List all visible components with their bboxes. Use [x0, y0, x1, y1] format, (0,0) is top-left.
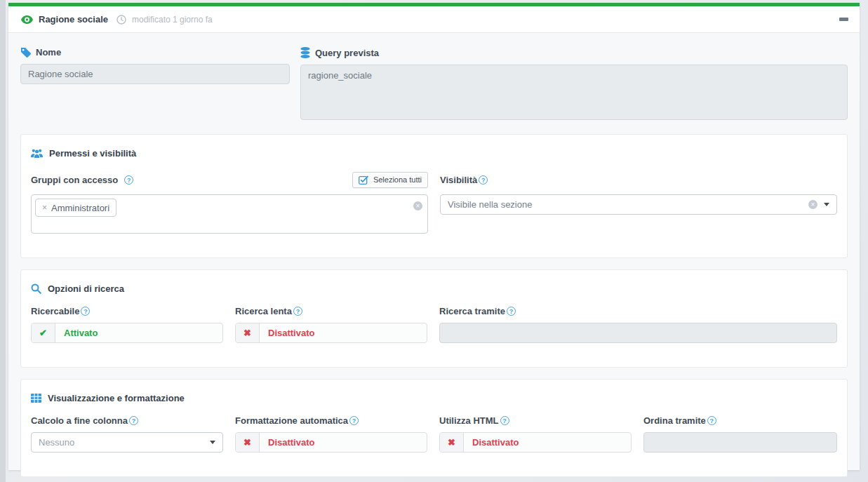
cross-icon: ✖ [440, 433, 464, 452]
formattazione-label-row: Formattazione automatica ? [235, 415, 427, 426]
ricerca-lenta-label: Ricerca lenta [235, 306, 292, 316]
query-label-row: Query prevista [300, 47, 848, 58]
ricerca-tramite-column: Ricerca tramite ? [439, 306, 837, 343]
ricercabile-toggle[interactable]: ✔ Attivato [31, 323, 223, 343]
visibility-help-icon[interactable]: ? [479, 175, 488, 185]
ricerca-tramite-label: Ricerca tramite [439, 306, 505, 316]
ordina-tramite-help-icon[interactable]: ? [707, 416, 716, 425]
calcolo-label: Calcolo a fine colonna [31, 415, 128, 426]
ordina-tramite-column: Ordina tramite ? [643, 415, 837, 453]
calcolo-help-icon[interactable]: ? [129, 416, 138, 425]
eye-icon [21, 15, 33, 24]
calcolo-select[interactable]: Nessuno [31, 432, 223, 453]
utilizza-html-label-row: Utilizza HTML ? [439, 415, 632, 426]
database-icon [300, 47, 310, 58]
table-icon [31, 394, 41, 403]
groups-tag-input[interactable]: × Amministratori × [31, 194, 428, 234]
ricerca-tramite-label-row: Ricerca tramite ? [439, 306, 837, 316]
ricercabile-help-icon[interactable]: ? [81, 307, 90, 316]
cross-icon: ✖ [236, 323, 260, 342]
ricerca-lenta-state: Disattivato [260, 323, 427, 342]
cross-icon: ✖ [236, 433, 260, 452]
page-title: Ragione sociale [39, 14, 108, 25]
name-column: Nome [20, 47, 290, 123]
search-icon [31, 283, 41, 294]
clock-icon [116, 15, 126, 25]
utilizza-html-state: Disattivato [464, 433, 631, 452]
name-label: Nome [36, 47, 61, 58]
formattazione-state: Disattivato [260, 433, 427, 452]
modified-timestamp: modificato 1 giorno fa [132, 15, 213, 25]
ricerca-tramite-help-icon[interactable]: ? [507, 307, 516, 316]
formattazione-help-icon[interactable]: ? [349, 416, 359, 425]
panel-header: Ragione sociale modificato 1 giorno fa [8, 6, 860, 33]
calcolo-selected-value: Nessuno [39, 437, 203, 448]
visibility-select[interactable]: Visibile nella sezione × [440, 194, 837, 215]
utilizza-html-help-icon[interactable]: ? [500, 416, 509, 425]
select-all-label: Seleziona tutti [373, 175, 422, 184]
ricercabile-state: Attivato [55, 323, 222, 342]
group-tag-amministratori[interactable]: × Amministratori [35, 199, 116, 217]
search-options-card: Opzioni di ricerca Ricercabile ? ✔ Attiv… [20, 269, 848, 368]
formattazione-label: Formattazione automatica [235, 415, 348, 426]
formattazione-toggle[interactable]: ✖ Disattivato [235, 432, 427, 453]
query-label: Query prevista [315, 48, 379, 58]
page-left-edge [0, 0, 6, 482]
name-label-row: Nome [20, 47, 290, 58]
ricerca-lenta-label-row: Ricerca lenta ? [235, 306, 427, 316]
collapse-minus-icon[interactable] [839, 18, 848, 21]
ricerca-lenta-toggle[interactable]: ✖ Disattivato [235, 323, 427, 343]
field-settings-panel: Ragione sociale modificato 1 giorno fa [8, 3, 860, 470]
visibility-label: Visibilità [440, 175, 477, 185]
tag-remove-icon[interactable]: × [42, 203, 47, 212]
ordina-tramite-input [643, 432, 837, 453]
checkbox-checked-icon [359, 175, 368, 185]
query-textarea[interactable]: ragione_sociale [300, 65, 848, 120]
groups-label: Gruppi con accesso [31, 175, 118, 185]
name-input[interactable] [20, 64, 290, 84]
search-title: Opzioni di ricerca [48, 283, 124, 294]
formattazione-column: Formattazione automatica ? ✖ Disattivato [235, 415, 427, 453]
utilizza-html-column: Utilizza HTML ? ✖ Disattivato [439, 415, 632, 453]
visibility-clear-icon[interactable]: × [808, 200, 817, 209]
chevron-down-icon [210, 441, 215, 444]
permissions-title: Permessi e visibilità [49, 148, 136, 159]
utilizza-html-label: Utilizza HTML [439, 415, 499, 426]
groups-column: Gruppi con accesso ? Seleziona tutti [31, 170, 428, 234]
query-column: Query prevista ragione_sociale [300, 47, 848, 123]
tag-label: Amministratori [51, 203, 109, 213]
visibility-selected-value: Visibile nella sezione [448, 199, 808, 210]
ordina-tramite-label: Ordina tramite [643, 415, 706, 426]
visibility-label-wrap: Visibilità ? [440, 175, 488, 185]
ricercabile-label-row: Ricercabile ? [31, 306, 223, 316]
permissions-card: Permessi e visibilità Gruppi con accesso… [20, 134, 848, 258]
ordina-tramite-label-row: Ordina tramite ? [643, 415, 837, 426]
panel-body: Nome Query prevista ragione_sociale [8, 33, 860, 477]
display-formatting-card: Visualizzazione e formattazione Calcolo … [20, 379, 848, 477]
utilizza-html-toggle[interactable]: ✖ Disattivato [439, 432, 632, 453]
ricercabile-label: Ricercabile [31, 306, 79, 316]
ricerca-lenta-help-icon[interactable]: ? [293, 307, 302, 316]
calcolo-column: Calcolo a fine colonna ? Nessuno [31, 415, 223, 453]
users-icon [31, 149, 43, 158]
display-title: Visualizzazione e formattazione [48, 393, 185, 403]
check-icon: ✔ [32, 323, 55, 342]
search-columns: Ricercabile ? ✔ Attivato Ricerca lenta ?… [31, 306, 837, 343]
name-query-row: Nome Query prevista ragione_sociale [20, 47, 848, 123]
search-title-row: Opzioni di ricerca [31, 283, 837, 294]
chevron-down-icon [824, 203, 829, 206]
ricerca-tramite-input [439, 323, 837, 343]
groups-label-row: Gruppi con accesso ? [31, 175, 133, 185]
display-columns: Calcolo a fine colonna ? Nessuno Formatt… [31, 415, 837, 453]
groups-header-row: Gruppi con accesso ? Seleziona tutti [31, 170, 428, 189]
visibility-column: Visibilità ? Visibile nella sezione × [440, 170, 837, 234]
display-title-row: Visualizzazione e formattazione [31, 393, 837, 403]
groups-clear-icon[interactable]: × [413, 201, 422, 210]
permissions-title-row: Permessi e visibilità [31, 148, 837, 159]
groups-help-icon[interactable]: ? [124, 175, 133, 185]
ricerca-lenta-column: Ricerca lenta ? ✖ Disattivato [235, 306, 427, 343]
permissions-columns: Gruppi con accesso ? Seleziona tutti [31, 170, 837, 234]
select-all-button[interactable]: Seleziona tutti [352, 172, 428, 188]
calcolo-label-row: Calcolo a fine colonna ? [31, 415, 223, 426]
tag-icon [20, 47, 31, 58]
